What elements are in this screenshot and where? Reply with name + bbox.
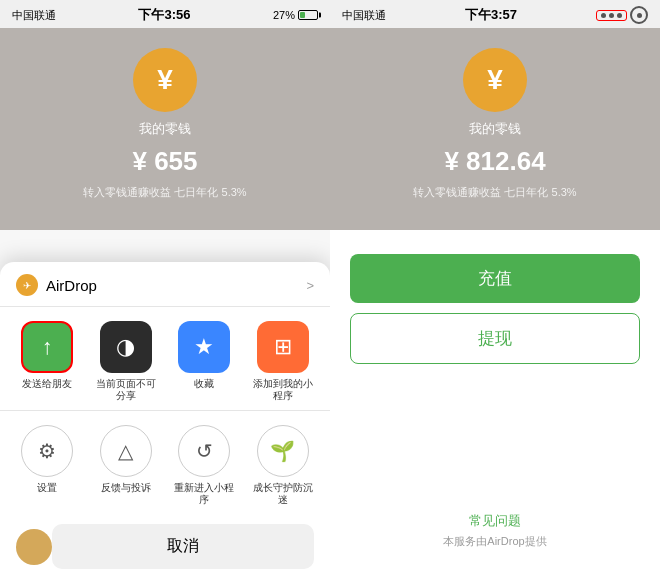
airdrop-label: AirDrop — [46, 277, 298, 294]
left-panel: 中国联通 下午3:56 27% ¥ 我的零钱 ¥ 655 转入零钱通赚收益 七日… — [0, 0, 330, 585]
right-carrier: 中国联通 — [342, 8, 386, 23]
action-settings[interactable]: ⚙ 设置 — [15, 425, 79, 506]
left-wallet-label: 我的零钱 — [139, 120, 191, 138]
battery-icon-left — [298, 10, 318, 20]
right-app-header: ¥ 我的零钱 ¥ 812.64 转入零钱通赚收益 七日年化 5.3% — [330, 28, 660, 230]
three-dots-icon[interactable] — [596, 10, 627, 21]
powered-by-label: 本服务由AirDrop提供 — [443, 534, 546, 549]
right-amount: ¥ 812.64 — [444, 146, 545, 177]
right-yield: 转入零钱通赚收益 七日年化 5.3% — [413, 185, 576, 200]
dots-menu[interactable] — [596, 10, 627, 21]
airdrop-row[interactable]: ✈ AirDrop > — [0, 262, 330, 307]
share-icon-send[interactable]: ↑ 发送给朋友 — [15, 321, 79, 402]
actions-row: ⚙ 设置 △ 反馈与投诉 ↺ 重新进入小程序 🌱 成长守护防沉迷 — [0, 411, 330, 514]
coin-icon-right: ¥ — [463, 48, 527, 112]
left-amount: ¥ 655 — [132, 146, 197, 177]
share-icon-miniapp[interactable]: ⊞ 添加到我的小程序 — [251, 321, 315, 402]
battery-pct-left: 27% — [273, 9, 295, 21]
right-time: 下午3:57 — [465, 6, 517, 24]
miniapp-icon: ⊞ — [257, 321, 309, 373]
share-icon-page[interactable]: ◑ 当前页面不可分享 — [94, 321, 158, 402]
action-parental[interactable]: 🌱 成长守护防沉迷 — [251, 425, 315, 506]
coin-icon-left: ¥ — [133, 48, 197, 112]
collect-icon: ★ — [178, 321, 230, 373]
withdraw-button[interactable]: 提现 — [350, 313, 640, 364]
left-carrier: 中国联通 — [12, 8, 56, 23]
miniapp-label: 添加到我的小程序 — [251, 378, 315, 402]
right-panel: 中国联通 下午3:57 ¥ 我的零钱 ¥ 812.64 转入零钱通赚收益 七日年… — [330, 0, 660, 585]
page-share-icon: ◑ — [100, 321, 152, 373]
reenter-label: 重新进入小程序 — [172, 482, 236, 506]
share-sheet: ✈ AirDrop > ↑ 发送给朋友 ◑ 当前页面不可分享 ★ 收藏 ⊞ 添加… — [0, 262, 330, 585]
left-yield: 转入零钱通赚收益 七日年化 5.3% — [83, 185, 246, 200]
send-to-friend-label: 发送给朋友 — [22, 378, 72, 390]
faq-link[interactable]: 常见问题 — [469, 512, 521, 530]
action-reenter[interactable]: ↺ 重新进入小程序 — [172, 425, 236, 506]
airdrop-chevron-icon: > — [306, 278, 314, 293]
right-battery — [596, 6, 648, 24]
avatar-small — [16, 529, 52, 565]
right-status-bar: 中国联通 下午3:57 — [330, 0, 660, 28]
footer-area: 常见问题 本服务由AirDrop提供 — [443, 512, 546, 569]
page-share-label: 当前页面不可分享 — [94, 378, 158, 402]
target-icon[interactable] — [630, 6, 648, 24]
left-app-header: ¥ 我的零钱 ¥ 655 转入零钱通赚收益 七日年化 5.3% — [0, 28, 330, 230]
parental-icon: 🌱 — [257, 425, 309, 477]
feedback-icon: △ — [100, 425, 152, 477]
action-feedback[interactable]: △ 反馈与投诉 — [94, 425, 158, 506]
settings-icon: ⚙ — [21, 425, 73, 477]
cancel-bar: 取消 — [0, 514, 330, 585]
settings-label: 设置 — [37, 482, 57, 494]
share-icon-collect[interactable]: ★ 收藏 — [172, 321, 236, 402]
reenter-icon: ↺ — [178, 425, 230, 477]
right-content: 充值 提现 常见问题 本服务由AirDrop提供 — [330, 230, 660, 585]
collect-label: 收藏 — [194, 378, 214, 390]
parental-label: 成长守护防沉迷 — [251, 482, 315, 506]
left-time: 下午3:56 — [138, 6, 190, 24]
left-status-bar: 中国联通 下午3:56 27% — [0, 0, 330, 28]
right-wallet-label: 我的零钱 — [469, 120, 521, 138]
charge-button[interactable]: 充值 — [350, 254, 640, 303]
airdrop-dot-icon: ✈ — [16, 274, 38, 296]
icons-row: ↑ 发送给朋友 ◑ 当前页面不可分享 ★ 收藏 ⊞ 添加到我的小程序 — [0, 307, 330, 411]
feedback-label: 反馈与投诉 — [101, 482, 151, 494]
left-battery: 27% — [273, 9, 318, 21]
cancel-button[interactable]: 取消 — [52, 524, 314, 569]
send-to-friend-icon: ↑ — [21, 321, 73, 373]
